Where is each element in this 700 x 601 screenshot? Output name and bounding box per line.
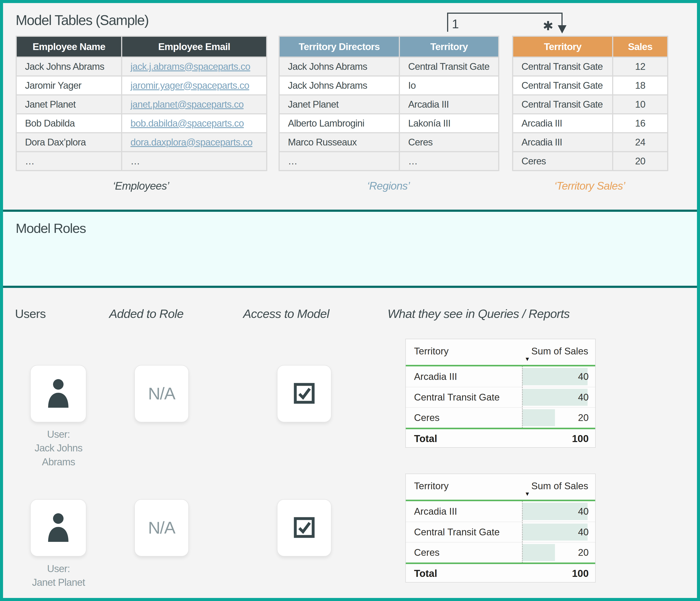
cell: … xyxy=(399,152,499,171)
cell: jaromir.yager@spaceparts.co xyxy=(122,76,267,95)
cell: 16 xyxy=(613,114,668,133)
report-row-value: 40 xyxy=(578,506,589,517)
territory-sales-col-header: Sales xyxy=(613,36,668,57)
email-link[interactable]: jack.j.abrams@spaceparts.co xyxy=(130,61,250,72)
territory-sales-table: Territory Sales Central Transit Gate 12 … xyxy=(512,36,668,171)
user-caption: User: Janet Planet xyxy=(15,562,102,590)
cell: Central Transit Gate xyxy=(513,95,613,114)
cell: Lakonía III xyxy=(399,114,499,133)
sort-descending-icon[interactable]: ▼ xyxy=(525,356,530,362)
divider xyxy=(406,365,595,367)
divider xyxy=(406,562,595,564)
cell: Central Transit Gate xyxy=(399,57,499,76)
cell: 10 xyxy=(613,95,668,114)
report-row-label: Central Transit Gate xyxy=(414,527,500,537)
table-row: Arcadia III 16 xyxy=(513,114,668,133)
report-territory-header[interactable]: Territory xyxy=(414,480,449,492)
email-link[interactable]: janet.planet@spaceparts.co xyxy=(130,99,244,109)
cell: Central Transit Gate xyxy=(513,57,613,76)
cell: 24 xyxy=(613,133,668,152)
report-header: Territory Sum of Sales ▼ xyxy=(406,474,595,500)
cell: jack.j.abrams@spaceparts.co xyxy=(122,57,267,76)
cell: … xyxy=(122,152,267,171)
data-bar xyxy=(522,503,588,520)
sort-descending-icon[interactable]: ▼ xyxy=(525,491,530,497)
added-to-role-column-header: Added to Role xyxy=(109,307,183,321)
report-territory-header[interactable]: Territory xyxy=(414,346,449,357)
report-sum-of-sales-header[interactable]: Sum of Sales xyxy=(531,480,588,492)
table-row: Jack Johns Abrams jack.j.abrams@spacepar… xyxy=(16,57,267,76)
cell: Arcadia III xyxy=(399,95,499,114)
report-sum-of-sales-header[interactable]: Sum of Sales xyxy=(531,346,588,357)
added-to-role-card: N/A xyxy=(134,499,189,556)
report-row: Arcadia III 40 xyxy=(406,367,595,387)
cell: Jack Johns Abrams xyxy=(279,76,399,95)
report-row-value: 40 xyxy=(578,371,589,382)
cell: Central Transit Gate xyxy=(513,76,613,95)
table-row: Marco Russeaux Ceres xyxy=(279,133,499,152)
slide-canvas: Model Tables (Sample) Employee Name Empl… xyxy=(0,0,700,601)
divider xyxy=(406,428,595,429)
email-link[interactable]: dora.daxplora@spaceparts.co xyxy=(130,137,252,147)
connector-line xyxy=(447,12,448,32)
employees-col-header: Employee Name xyxy=(16,36,122,57)
cell: 18 xyxy=(613,76,668,95)
table-row: Arcadia III 24 xyxy=(513,133,668,152)
connector-line xyxy=(447,12,562,14)
model-roles-title: Model Roles xyxy=(16,221,86,236)
table-row: Jack Johns Abrams Central Transit Gate xyxy=(279,57,499,76)
data-bar xyxy=(522,524,588,541)
access-to-model-card xyxy=(277,365,331,422)
cardinality-many-icon: ✱ xyxy=(543,20,553,32)
data-bar xyxy=(522,368,588,385)
email-link[interactable]: jaromir.yager@spaceparts.co xyxy=(130,80,249,91)
cell: Jaromir Yager xyxy=(16,76,122,95)
cell: 12 xyxy=(613,57,668,76)
cell: Janet Planet xyxy=(279,95,399,114)
territory-sales-table-caption: ‘Territory Sales’ xyxy=(512,180,667,192)
model-roles-section: Model Roles xyxy=(3,209,697,288)
column-separator xyxy=(522,501,523,562)
report-matrix-visual: Territory Sum of Sales ▼ Arcadia III 40 … xyxy=(405,339,596,448)
report-total-value: 100 xyxy=(572,568,589,579)
cell: Alberto Lambrogini xyxy=(279,114,399,133)
table-row: Central Transit Gate 10 xyxy=(513,95,668,114)
report-header: Territory Sum of Sales ▼ xyxy=(406,339,595,365)
table-row: Jack Johns Abrams Io xyxy=(279,76,499,95)
report-row: Central Transit Gate 40 xyxy=(406,387,595,407)
report-row-label: Ceres xyxy=(414,547,440,558)
data-bar xyxy=(522,389,588,406)
report-row-label: Ceres xyxy=(414,412,440,423)
na-label: N/A xyxy=(148,384,175,404)
cell: Jack Johns Abrams xyxy=(279,57,399,76)
table-row: … … xyxy=(16,152,267,171)
na-label: N/A xyxy=(148,518,175,538)
cell: 20 xyxy=(613,152,668,171)
cell: Ceres xyxy=(513,152,613,171)
user-card xyxy=(30,499,86,556)
cell: bob.dabilda@spaceparts.co xyxy=(122,114,267,133)
report-total-row: Total 100 xyxy=(406,564,595,582)
cell: … xyxy=(16,152,122,171)
table-row: Jaromir Yager jaromir.yager@spaceparts.c… xyxy=(16,76,267,95)
report-row-value: 40 xyxy=(578,527,589,537)
report-total-value: 100 xyxy=(572,433,589,445)
email-link[interactable]: bob.dabilda@spaceparts.co xyxy=(130,118,244,128)
cell: dora.daxplora@spaceparts.co xyxy=(122,133,267,152)
report-row-label: Central Transit Gate xyxy=(414,392,500,403)
user-card xyxy=(30,365,86,422)
regions-table-caption: ‘Regions’ xyxy=(279,180,498,192)
person-icon xyxy=(44,376,73,411)
cardinality-one-label: 1 xyxy=(452,17,459,31)
cell: Janet Planet xyxy=(16,95,122,114)
employees-table-caption: ‘Employees’ xyxy=(16,180,266,192)
report-total-label: Total xyxy=(414,433,437,445)
user-caption: User: Jack Johns Abrams xyxy=(15,427,102,469)
report-row-value: 40 xyxy=(578,392,589,403)
table-row: Bob Dabilda bob.dabilda@spaceparts.co xyxy=(16,114,267,133)
data-bar xyxy=(522,409,555,426)
report-row-label: Arcadia III xyxy=(414,371,457,382)
report-row: Ceres 20 xyxy=(406,542,595,562)
regions-col-header: Territory xyxy=(399,36,499,57)
checked-checkbox-icon xyxy=(292,381,317,406)
